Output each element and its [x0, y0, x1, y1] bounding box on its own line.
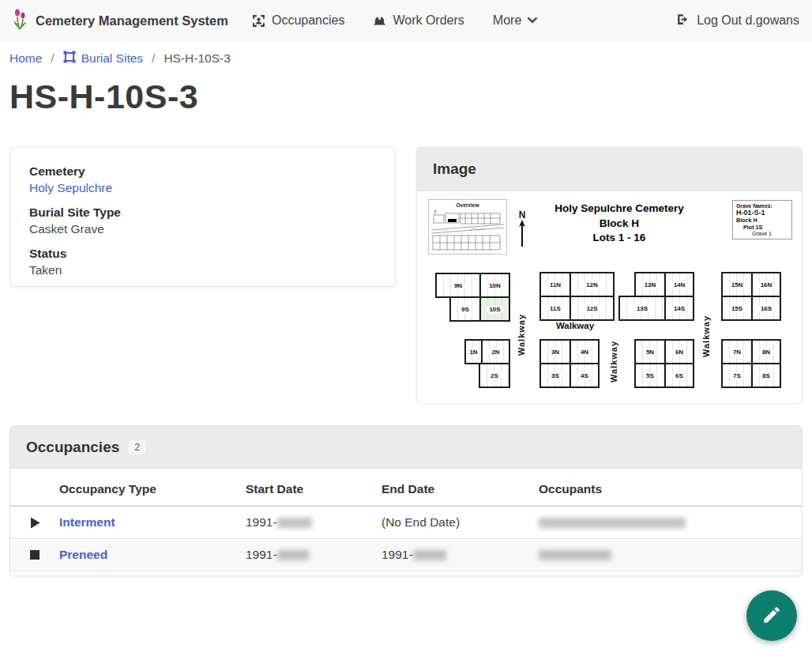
map-overview-thumbnail: Overview	[428, 199, 507, 254]
map-lot-13S: 13S	[618, 296, 666, 321]
map-lot-12S: 12S	[570, 296, 615, 321]
map-lot-16N: 16N	[751, 272, 781, 297]
burial-site-page: Cemetery Management System Occupancies	[0, 0, 812, 656]
map-lot-4S: 4S	[570, 363, 600, 388]
portrait-frame-icon	[252, 14, 265, 28]
occupancy-link-interment[interactable]: Interment	[59, 515, 115, 529]
breadcrumb-burial-sites-label: Burial Sites	[81, 51, 143, 66]
map-lot-14N: 14N	[664, 272, 694, 297]
page-title: HS-H-10S-3	[9, 77, 812, 116]
redacted-text	[413, 550, 446, 560]
occupancies-table-header: Occupancy Type Start Date End Date Occup…	[10, 473, 802, 507]
top-navbar: Cemetery Management System Occupancies	[0, 0, 812, 41]
map-lot-6N: 6N	[664, 339, 694, 364]
end-date-cell: 1991-	[382, 548, 539, 562]
logout-link[interactable]: Log Out d.gowans	[676, 13, 799, 29]
plot-frame-icon	[63, 51, 76, 66]
map-lot-9S: 9S	[449, 296, 481, 322]
map-lot-6S: 6S	[664, 363, 694, 388]
map-lot-8S: 8S	[751, 363, 781, 388]
map-lot-11N: 11N	[539, 272, 571, 297]
breadcrumb-burial-sites[interactable]: Burial Sites	[63, 51, 143, 66]
cemetery-label: Cemetery	[29, 164, 376, 179]
field-cemetery: Cemetery Holy Sepulchre	[29, 164, 376, 195]
walkway-label-vertical-1: Walkway	[517, 307, 526, 356]
col-end-date: End Date	[382, 482, 539, 496]
legend-grave: Grave 1	[736, 231, 788, 236]
map-lot-7N: 7N	[721, 339, 753, 364]
walkway-label-vertical-2: Walkway	[701, 308, 711, 357]
occupancies-panel-header: Occupancies 2	[10, 426, 802, 469]
logout-icon	[676, 13, 690, 29]
plot-map-image: Overview N	[417, 191, 802, 403]
map-lot-9N: 9N	[435, 273, 481, 298]
logout-label: Log Out d.gowans	[697, 13, 799, 28]
map-title: Holy Sepulchre Cemetery Block H Lots 1 -…	[524, 202, 714, 246]
map-overview-label: Overview	[429, 202, 506, 208]
status-value: Taken	[29, 263, 376, 277]
burial-site-type-label: Burial Site Type	[29, 205, 376, 220]
occupancies-count-badge: 2	[128, 440, 146, 454]
nav-work-orders-label: Work Orders	[393, 13, 464, 28]
occupancy-link-preneed[interactable]: Preneed	[59, 548, 107, 561]
map-title-line1: Holy Sepulchre Cemetery	[524, 202, 714, 217]
occupants-cell	[539, 515, 802, 530]
pencil-icon	[761, 605, 782, 628]
map-lot-5N: 5N	[634, 339, 666, 364]
edit-fab-button[interactable]	[746, 590, 797, 641]
breadcrumb-home[interactable]: Home	[9, 51, 42, 66]
map-lot-8N: 8N	[751, 339, 781, 364]
map-lot-14S: 14S	[664, 296, 694, 321]
nav-more[interactable]: More	[493, 13, 537, 28]
legend-plot: Plot 1S	[736, 224, 788, 231]
nav-work-orders[interactable]: Work Orders	[373, 13, 464, 28]
map-title-line3: Lots 1 - 16	[524, 231, 714, 246]
legend-grave-name: H-01-S-1	[736, 209, 788, 217]
nav-links: Occupancies Work Orders More	[252, 13, 537, 28]
hard-hat-icon	[373, 14, 386, 28]
map-lot-1N: 1N	[464, 339, 483, 364]
redacted-text	[539, 518, 686, 528]
map-lot-16S: 16S	[751, 296, 781, 321]
breadcrumb-current: HS-H-10S-3	[164, 51, 230, 66]
occupancies-table: Occupancy Type Start Date End Date Occup…	[10, 469, 802, 571]
map-lot-12N: 12N	[570, 272, 615, 297]
col-occupancy-type: Occupancy Type	[59, 482, 246, 496]
map-lot-15N: 15N	[721, 272, 753, 297]
nav-occupancies[interactable]: Occupancies	[252, 13, 345, 28]
details-card: Cemetery Holy Sepulchre Burial Site Type…	[9, 147, 396, 287]
map-lot-4N: 4N	[570, 339, 600, 364]
image-panel-title: Image	[433, 160, 476, 178]
map-title-line2: Block H	[524, 217, 714, 232]
image-panel-header: Image	[417, 148, 802, 191]
map-lot-13N: 13N	[634, 272, 666, 297]
map-lot-2N: 2N	[481, 339, 510, 364]
start-date-cell: 1991-	[246, 548, 382, 562]
play-icon	[10, 517, 59, 529]
burial-site-type-value: Casket Grave	[29, 222, 376, 236]
nav-occupancies-label: Occupancies	[272, 13, 345, 28]
breadcrumb: Home / Burial Sites / HS-H-10S-3	[9, 51, 812, 66]
field-status: Status Taken	[29, 247, 376, 277]
redacted-text	[539, 550, 611, 560]
occupancies-card: Occupancies 2 Occupancy Type Start Date …	[9, 425, 803, 576]
map-lot-10N: 10N	[479, 273, 510, 298]
map-lot-11S: 11S	[539, 296, 571, 321]
occupancy-row-preneed: Preneed 1991- 1991-	[10, 539, 802, 571]
brand-home-link[interactable]: Cemetery Management System	[11, 8, 228, 34]
legend-heading: Grave Names:	[736, 203, 788, 209]
field-burial-site-type: Burial Site Type Casket Grave	[29, 205, 376, 236]
map-lot-3S: 3S	[539, 363, 571, 388]
map-lot-10S-highlighted: 10S	[479, 296, 510, 322]
end-date-cell: (No End Date)	[382, 515, 539, 530]
legend-block: Block H	[736, 217, 788, 224]
chevron-down-icon	[528, 17, 537, 24]
walkway-label-vertical-3: Walkway	[609, 337, 618, 383]
walkway-label-horizontal: Walkway	[542, 321, 608, 330]
tulip-logo-icon	[11, 8, 28, 34]
map-lot-15S: 15S	[721, 296, 753, 321]
map-lot-3N: 3N	[539, 339, 571, 364]
start-date-cell: 1991-	[246, 515, 382, 530]
cemetery-link[interactable]: Holy Sepulchre	[29, 181, 112, 194]
col-occupants: Occupants	[539, 482, 802, 496]
